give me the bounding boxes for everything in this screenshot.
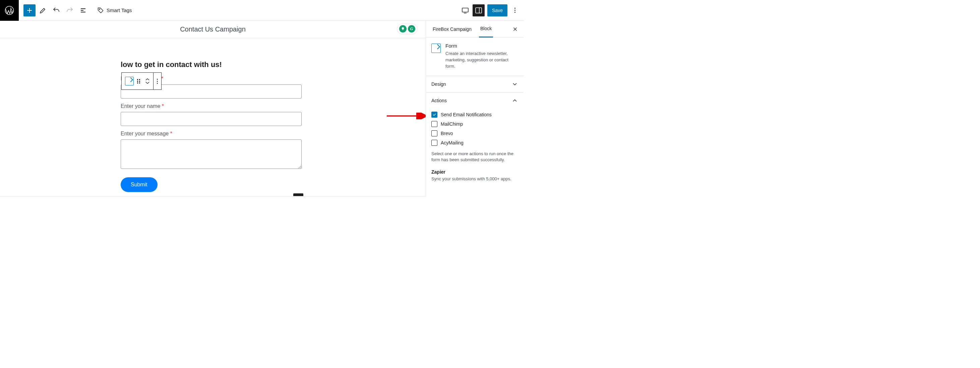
checkbox-checked-icon[interactable] <box>431 112 438 118</box>
svg-rect-3 <box>476 8 482 13</box>
name-label: Enter your name * <box>121 103 302 109</box>
action-send-email[interactable]: Send Email Notifications <box>431 110 518 119</box>
message-label: Enter your message * <box>121 131 302 137</box>
form-block-icon[interactable] <box>125 77 134 86</box>
block-header: Form Create an interactive newsletter, m… <box>426 38 523 76</box>
document-overview-button[interactable] <box>77 4 89 16</box>
save-button[interactable]: Save <box>487 4 508 16</box>
add-block-button[interactable] <box>24 4 35 16</box>
toolbar-left: Smart Tags <box>19 4 132 16</box>
name-field[interactable] <box>121 112 302 126</box>
undo-button[interactable] <box>50 4 62 16</box>
workspace: Contact Us Campaign G <box>0 21 523 196</box>
actions-help-text: Select one or more actions to run once t… <box>431 151 518 164</box>
view-button[interactable] <box>459 4 471 16</box>
editor-canvas[interactable]: low to get in contact with us! Enter you… <box>0 38 426 196</box>
block-description: Create an interactive newsletter, market… <box>445 51 518 70</box>
message-field[interactable] <box>121 139 302 169</box>
panel-actions: Actions Send Email Notifications MailChi… <box>426 92 523 187</box>
checkbox-icon[interactable] <box>431 140 438 146</box>
hint-icon[interactable] <box>399 25 407 32</box>
checkbox-icon[interactable] <box>431 131 438 136</box>
block-options-icon[interactable] <box>157 79 158 84</box>
panel-actions-header[interactable]: Actions <box>426 92 523 108</box>
form-block-icon <box>431 43 441 53</box>
svg-point-1 <box>99 9 100 10</box>
form-heading[interactable]: low to get in contact with us! <box>121 61 302 69</box>
block-name: Form <box>445 43 518 49</box>
action-acymailing[interactable]: AcyMailing <box>431 138 518 148</box>
submit-button[interactable]: Submit <box>121 177 158 192</box>
drag-handle-icon[interactable] <box>137 79 142 83</box>
editor: Contact Us Campaign G <box>0 21 426 196</box>
options-button[interactable] <box>509 4 521 16</box>
edit-tool-button[interactable] <box>37 4 49 16</box>
settings-panel-button[interactable] <box>473 4 485 16</box>
checkbox-icon[interactable] <box>431 121 438 127</box>
smart-tags-button[interactable]: Smart Tags <box>97 7 132 14</box>
redo-button[interactable] <box>64 4 76 16</box>
append-block-button[interactable] <box>293 193 303 196</box>
block-toolbar <box>121 72 162 90</box>
grammarly-icon[interactable]: G <box>408 25 415 32</box>
panel-actions-body: Send Email Notifications MailChimp Brevo… <box>426 108 523 187</box>
wordpress-logo[interactable] <box>0 0 19 21</box>
close-sidebar-button[interactable] <box>510 24 520 34</box>
editor-header: Contact Us Campaign G <box>0 21 426 38</box>
panel-design-header[interactable]: Design <box>426 76 523 92</box>
app-root: Smart Tags Save Contact Us Campaign <box>0 0 523 196</box>
zapier-title: Zapier <box>431 169 518 175</box>
zapier-description: Sync your submissions with 5,000+ apps. <box>431 176 518 182</box>
sidebar-tabs: FireBox Campaign Block <box>426 21 523 38</box>
action-mailchimp[interactable]: MailChimp <box>431 119 518 129</box>
move-updown[interactable] <box>145 78 150 84</box>
tab-block[interactable]: Block <box>479 21 493 38</box>
action-brevo[interactable]: Brevo <box>431 129 518 138</box>
panel-design: Design <box>426 76 523 92</box>
tab-campaign[interactable]: FireBox Campaign <box>431 21 473 38</box>
settings-sidebar: FireBox Campaign Block Form Create an in… <box>426 21 523 196</box>
toolbar-right: Save <box>459 4 521 16</box>
smart-tags-label: Smart Tags <box>107 7 132 13</box>
svg-rect-2 <box>462 8 468 12</box>
editor-badges: G <box>397 24 418 34</box>
chevron-down-icon <box>511 81 518 88</box>
chevron-up-icon <box>511 97 518 104</box>
top-toolbar: Smart Tags Save <box>0 0 523 21</box>
campaign-title: Contact Us Campaign <box>180 25 246 33</box>
